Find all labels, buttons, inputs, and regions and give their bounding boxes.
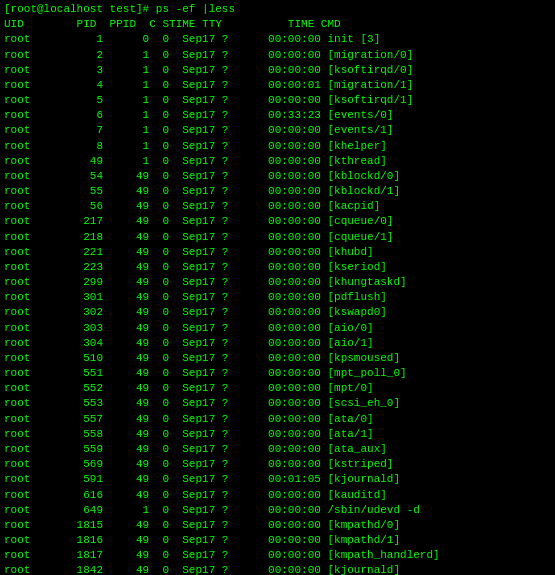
header-text: UID PID PPID C STIME TTY TIME CMD bbox=[4, 17, 341, 32]
table-row: root 1842 49 0 Sep17 ? 00:00:00 [kjourna… bbox=[4, 563, 551, 575]
table-row: root 557 49 0 Sep17 ? 00:00:00 [ata/0] bbox=[4, 412, 551, 427]
table-row: root 49 1 0 Sep17 ? 00:00:00 [kthread] bbox=[4, 154, 551, 169]
table-row: root 558 49 0 Sep17 ? 00:00:00 [ata/1] bbox=[4, 427, 551, 442]
table-row: root 7 1 0 Sep17 ? 00:00:00 [events/1] bbox=[4, 123, 551, 138]
table-row: root 302 49 0 Sep17 ? 00:00:00 [kswapd0] bbox=[4, 305, 551, 320]
table-row: root 553 49 0 Sep17 ? 00:00:00 [scsi_eh_… bbox=[4, 396, 551, 411]
table-row: root 4 1 0 Sep17 ? 00:00:01 [migration/1… bbox=[4, 78, 551, 93]
prompt-text: [root@localhost test]# ps -ef |less bbox=[4, 2, 235, 17]
table-row: root 217 49 0 Sep17 ? 00:00:00 [cqueue/0… bbox=[4, 214, 551, 229]
table-row: root 6 1 0 Sep17 ? 00:33:23 [events/0] bbox=[4, 108, 551, 123]
table-row: root 304 49 0 Sep17 ? 00:00:00 [aio/1] bbox=[4, 336, 551, 351]
table-row: root 1816 49 0 Sep17 ? 00:00:00 [kmpathd… bbox=[4, 533, 551, 548]
table-row: root 301 49 0 Sep17 ? 00:00:00 [pdflush] bbox=[4, 290, 551, 305]
table-row: root 1817 49 0 Sep17 ? 00:00:00 [kmpath_… bbox=[4, 548, 551, 563]
header-line: UID PID PPID C STIME TTY TIME CMD bbox=[4, 17, 551, 32]
table-row: root 54 49 0 Sep17 ? 00:00:00 [kblockd/0… bbox=[4, 169, 551, 184]
table-row: root 591 49 0 Sep17 ? 00:01:05 [kjournal… bbox=[4, 472, 551, 487]
table-row: root 218 49 0 Sep17 ? 00:00:00 [cqueue/1… bbox=[4, 230, 551, 245]
table-row: root 616 49 0 Sep17 ? 00:00:00 [kauditd] bbox=[4, 488, 551, 503]
table-row: root 56 49 0 Sep17 ? 00:00:00 [kacpid] bbox=[4, 199, 551, 214]
table-row: root 8 1 0 Sep17 ? 00:00:00 [khelper] bbox=[4, 139, 551, 154]
table-row: root 569 49 0 Sep17 ? 00:00:00 [kstriped… bbox=[4, 457, 551, 472]
table-row: root 552 49 0 Sep17 ? 00:00:00 [mpt/0] bbox=[4, 381, 551, 396]
process-list: root 1 0 0 Sep17 ? 00:00:00 init [3]root… bbox=[4, 32, 551, 575]
table-row: root 510 49 0 Sep17 ? 00:00:00 [kpsmouse… bbox=[4, 351, 551, 366]
table-row: root 1 0 0 Sep17 ? 00:00:00 init [3] bbox=[4, 32, 551, 47]
table-row: root 303 49 0 Sep17 ? 00:00:00 [aio/0] bbox=[4, 321, 551, 336]
table-row: root 299 49 0 Sep17 ? 00:00:00 [khungtas… bbox=[4, 275, 551, 290]
prompt-line: [root@localhost test]# ps -ef |less bbox=[4, 2, 551, 17]
table-row: root 559 49 0 Sep17 ? 00:00:00 [ata_aux] bbox=[4, 442, 551, 457]
table-row: root 1815 49 0 Sep17 ? 00:00:00 [kmpathd… bbox=[4, 518, 551, 533]
table-row: root 223 49 0 Sep17 ? 00:00:00 [kseriod] bbox=[4, 260, 551, 275]
table-row: root 551 49 0 Sep17 ? 00:00:00 [mpt_poll… bbox=[4, 366, 551, 381]
table-row: root 55 49 0 Sep17 ? 00:00:00 [kblockd/1… bbox=[4, 184, 551, 199]
table-row: root 221 49 0 Sep17 ? 00:00:00 [khubd] bbox=[4, 245, 551, 260]
terminal-window: [root@localhost test]# ps -ef |less UID … bbox=[0, 0, 555, 575]
table-row: root 5 1 0 Sep17 ? 00:00:00 [ksoftirqd/1… bbox=[4, 93, 551, 108]
table-row: root 649 1 0 Sep17 ? 00:00:00 /sbin/udev… bbox=[4, 503, 551, 518]
table-row: root 3 1 0 Sep17 ? 00:00:00 [ksoftirqd/0… bbox=[4, 63, 551, 78]
table-row: root 2 1 0 Sep17 ? 00:00:00 [migration/0… bbox=[4, 48, 551, 63]
